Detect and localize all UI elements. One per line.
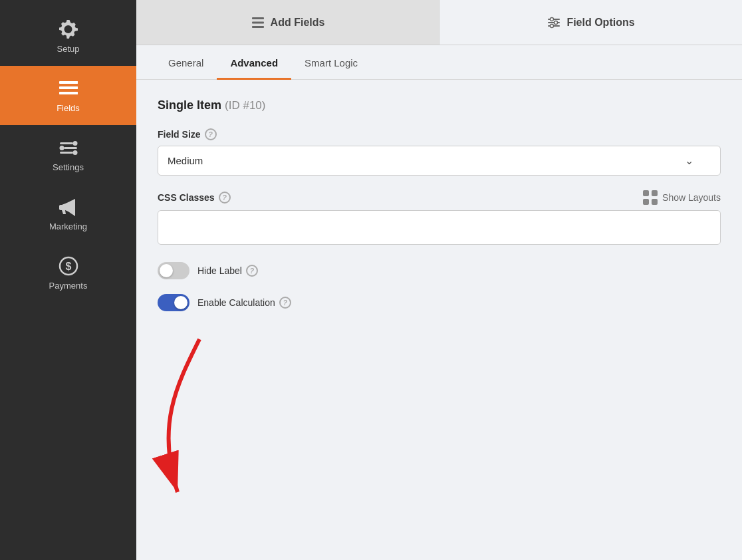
select-arrow-icon: ⌄ [685,154,693,167]
svg-rect-5 [75,92,78,94]
fields-icon [58,78,79,99]
svg-point-20 [551,17,554,21]
enable-calculation-help-icon[interactable]: ? [279,297,291,309]
enable-calculation-label: Enable Calculation ? [197,297,291,309]
css-classes-label: CSS Classes ? [158,192,231,204]
field-size-help-icon[interactable]: ? [205,128,217,140]
svg-rect-3 [75,81,78,84]
svg-point-9 [59,146,64,150]
sidebar-item-marketing-label: Marketing [49,221,87,231]
top-bar: Add Fields Field Options [136,0,742,45]
css-classes-row: CSS Classes ? Show Layouts [158,190,721,247]
sidebar-item-payments-label: Payments [49,281,88,291]
layouts-grid-icon [643,190,658,205]
svg-rect-8 [64,147,77,149]
svg-rect-1 [59,86,78,89]
svg-rect-0 [59,81,78,84]
hide-label-toggle[interactable] [158,262,189,279]
enable-calculation-row: Enable Calculation ? [158,294,721,311]
svg-text:$: $ [65,261,71,272]
sidebar-item-fields-label: Fields [57,103,80,113]
sub-tab-advanced[interactable]: Advanced [217,45,291,80]
svg-point-7 [72,141,77,146]
gear-icon [58,19,79,40]
field-title-id: (ID #10) [225,99,265,112]
field-title: Single Item (ID #10) [158,98,721,112]
tab-field-options[interactable]: Field Options [439,0,742,45]
svg-rect-10 [60,152,73,154]
list-icon [251,15,265,30]
hide-label-row: Hide Label ? [158,262,721,279]
hide-label-label: Hide Label ? [197,265,258,277]
field-size-row: Field Size ? Medium ⌄ [158,128,721,176]
main-content: Add Fields Field Options General Advance… [136,0,742,560]
field-size-value: Medium [168,155,203,166]
svg-rect-6 [60,142,73,144]
enable-calculation-toggle-track [158,294,189,311]
sidebar-item-payments[interactable]: $ Payments [0,243,136,303]
sidebar-item-settings[interactable]: Settings [0,125,136,184]
sidebar: Setup Fields Settings Marketing [0,0,136,560]
css-classes-help-icon[interactable]: ? [219,192,231,204]
svg-rect-14 [252,17,264,19]
field-size-label: Field Size ? [158,128,721,140]
css-classes-header: CSS Classes ? Show Layouts [158,190,721,205]
css-classes-input[interactable] [158,210,721,245]
tab-field-options-label: Field Options [566,17,634,29]
settings-sliders-icon [58,137,79,158]
sidebar-item-setup[interactable]: Setup [0,7,136,66]
svg-point-11 [72,150,77,155]
field-size-select[interactable]: Medium ⌄ [158,146,721,176]
tab-add-fields[interactable]: Add Fields [136,0,439,45]
enable-calculation-toggle[interactable] [158,294,189,311]
svg-rect-15 [252,21,264,23]
sub-tab-general[interactable]: General [155,45,217,80]
sub-tabs: General Advanced Smart Logic [136,45,742,80]
svg-rect-2 [59,92,78,94]
svg-rect-4 [75,86,78,89]
svg-rect-16 [252,26,264,28]
enable-calculation-toggle-thumb [174,296,187,309]
tab-add-fields-label: Add Fields [271,17,325,29]
sub-tab-smart-logic[interactable]: Smart Logic [291,45,371,80]
svg-point-21 [555,21,558,24]
sidebar-item-fields[interactable]: Fields [0,66,136,125]
hide-label-toggle-track [158,262,189,279]
show-layouts-button[interactable]: Show Layouts [643,190,721,205]
content-area: Single Item (ID #10) Field Size ? Medium… [136,80,742,560]
field-options-panel: General Advanced Smart Logic Single Item… [136,45,742,560]
marketing-megaphone-icon [58,196,79,217]
sidebar-item-setup-label: Setup [57,44,80,54]
hide-label-help-icon[interactable]: ? [246,265,258,277]
sidebar-item-settings-label: Settings [53,162,84,172]
payments-dollar-icon: $ [58,255,79,277]
sidebar-item-marketing[interactable]: Marketing [0,184,136,243]
hide-label-toggle-thumb [160,264,173,277]
svg-point-22 [551,24,554,27]
show-layouts-label: Show Layouts [662,192,721,203]
field-title-name: Single Item [158,98,221,112]
sliders-icon [547,15,561,30]
